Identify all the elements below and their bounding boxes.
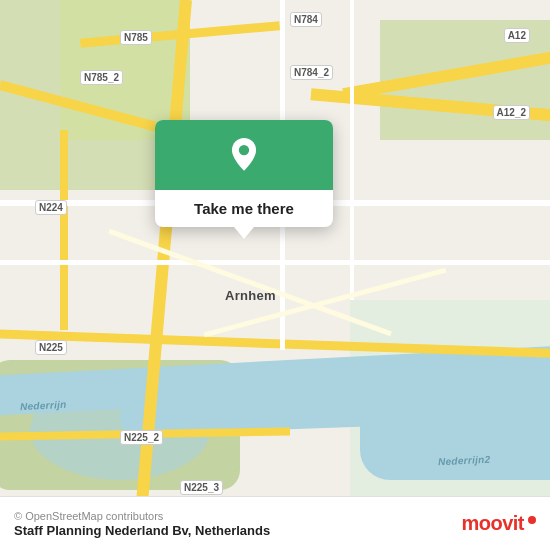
- moovit-logo: moovit: [461, 512, 536, 535]
- road-label-n784: N784: [290, 12, 322, 27]
- popup-button-label[interactable]: Take me there: [186, 190, 302, 217]
- bottom-left-info: © OpenStreetMap contributors Staff Plann…: [14, 510, 270, 538]
- moovit-text: moovit: [461, 512, 524, 535]
- location-name: Staff Planning Nederland Bv, Netherlands: [14, 523, 270, 538]
- road-label-a12-1: A12: [504, 28, 530, 43]
- road-label-n225: N225: [35, 340, 67, 355]
- road-white-v2: [350, 0, 354, 300]
- popup-green-header: [155, 120, 333, 190]
- bottom-bar: © OpenStreetMap contributors Staff Plann…: [0, 496, 550, 550]
- road-label-n785-2: N785_2: [80, 70, 123, 85]
- popup-card: Take me there: [155, 120, 333, 227]
- road-label-n225-3: N225_3: [180, 480, 223, 495]
- svg-point-0: [239, 145, 249, 155]
- map-container: N784 N785 N785_2 N784_2 N224 N225 N225_2…: [0, 0, 550, 550]
- popup-tail: [234, 227, 254, 239]
- moovit-dot: [528, 516, 536, 524]
- road-label-n224: N224: [35, 200, 67, 215]
- copyright-text: © OpenStreetMap contributors: [14, 510, 270, 522]
- map-pin-icon: [225, 138, 263, 176]
- city-label-arnhem: Arnhem: [225, 288, 276, 303]
- road-label-n784-2: N784_2: [290, 65, 333, 80]
- road-white-2: [0, 260, 550, 265]
- road-label-n225-2: N225_2: [120, 430, 163, 445]
- road-label-a12-2: A12_2: [493, 105, 530, 120]
- road-n224-v: [60, 130, 68, 330]
- road-label-n785: N785: [120, 30, 152, 45]
